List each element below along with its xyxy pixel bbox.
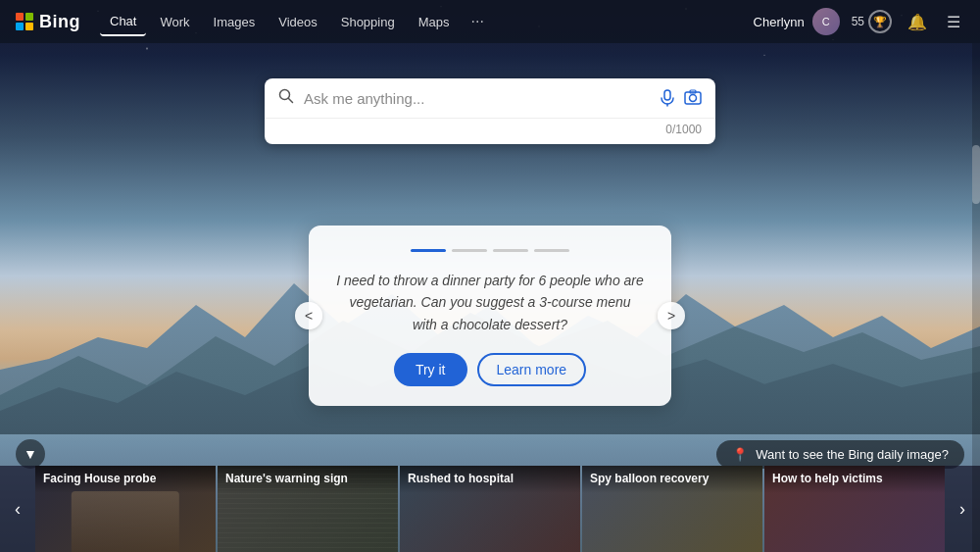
daily-image-label: Want to see the Bing daily image? [756, 447, 949, 462]
microsoft-logo [16, 13, 33, 30]
search-box: 0/1000 [265, 78, 715, 144]
svg-line-1 [289, 99, 293, 103]
daily-image-button[interactable]: 📍 Want to see the Bing daily image? [716, 440, 964, 469]
promo-next-button[interactable]: > [658, 302, 685, 329]
brand-name: Bing [39, 12, 80, 32]
notifications-icon[interactable]: 🔔 [904, 9, 931, 35]
navbar: Bing Chat Work Images Videos Shopping Ma… [0, 0, 980, 43]
news-strip: ‹ Facing House probe Nature's warning si… [0, 466, 980, 552]
news-card-title-3: Rushed to hospital [400, 466, 580, 493]
voice-search-button[interactable] [659, 89, 676, 107]
main-nav: Chat Work Images Videos Shopping Maps ··… [100, 8, 754, 36]
reward-icon: 🏆 [868, 10, 892, 33]
visual-search-button[interactable] [684, 89, 702, 107]
promo-dot-4 [534, 249, 569, 252]
scrollbar[interactable] [972, 43, 980, 552]
nav-work[interactable]: Work [150, 9, 199, 35]
logo-sq-blue [16, 23, 24, 30]
promo-dot-1 [411, 249, 446, 252]
news-card-title-2: Nature's warning sign [218, 466, 398, 493]
nav-images[interactable]: Images [204, 9, 266, 35]
bottom-bar: ▼ 📍 Want to see the Bing daily image? [0, 439, 980, 469]
logo-sq-green [25, 13, 33, 21]
news-card-2[interactable]: Nature's warning sign [218, 466, 398, 552]
user-avatar: C [812, 8, 840, 35]
search-input-row [265, 78, 715, 118]
rewards-badge[interactable]: 55 🏆 [852, 10, 892, 33]
svg-point-5 [690, 95, 697, 102]
hamburger-menu-icon[interactable]: ☰ [943, 9, 964, 35]
promo-text: I need to throw a dinner party for 6 peo… [336, 270, 644, 335]
news-card-1[interactable]: Facing House probe [35, 466, 216, 552]
search-area: 0/1000 [265, 78, 715, 144]
nav-videos[interactable]: Videos [269, 9, 327, 35]
promo-action-buttons: Try it Learn more [336, 353, 644, 386]
promo-prev-button[interactable]: < [295, 302, 322, 329]
reward-count: 55 [852, 15, 864, 28]
promo-progress-dots [336, 249, 644, 252]
news-card-4[interactable]: Spy balloon recovery [582, 466, 762, 552]
search-icon [278, 88, 294, 108]
character-counter: 0/1000 [265, 118, 715, 144]
nav-shopping[interactable]: Shopping [331, 9, 405, 35]
logo-sq-yellow [25, 23, 33, 30]
promo-dot-3 [493, 249, 528, 252]
promo-card: < I need to throw a dinner party for 6 p… [309, 226, 671, 406]
nav-maps[interactable]: Maps [409, 9, 460, 35]
username: Cherlynn [754, 15, 805, 29]
promo-dot-2 [452, 249, 487, 252]
learn-more-button[interactable]: Learn more [477, 353, 587, 386]
nav-chat[interactable]: Chat [100, 8, 146, 36]
collapse-button[interactable]: ▼ [16, 439, 45, 469]
news-cards: Facing House probe Nature's warning sign… [35, 466, 945, 552]
news-card-title-4: Spy balloon recovery [582, 466, 762, 493]
try-it-button[interactable]: Try it [394, 353, 467, 386]
search-input[interactable] [304, 90, 649, 107]
news-card-3[interactable]: Rushed to hospital [400, 466, 580, 552]
news-card-title-1: Facing House probe [35, 466, 216, 493]
news-card-title-5: How to help victims [764, 466, 945, 493]
user-profile[interactable]: Cherlynn C [754, 8, 840, 35]
navbar-right: Cherlynn C 55 🏆 🔔 ☰ [754, 8, 964, 35]
search-action-buttons [659, 89, 702, 107]
news-prev-button[interactable]: ‹ [0, 466, 35, 552]
location-icon: 📍 [732, 447, 748, 462]
news-card-5[interactable]: How to help victims [764, 466, 945, 552]
svg-rect-2 [664, 90, 670, 100]
nav-more[interactable]: ··· [463, 9, 491, 34]
card-image-person [72, 491, 179, 552]
logo-sq-red [16, 13, 24, 21]
scrollbar-thumb[interactable] [972, 145, 980, 204]
brand-logo[interactable]: Bing [16, 12, 80, 32]
